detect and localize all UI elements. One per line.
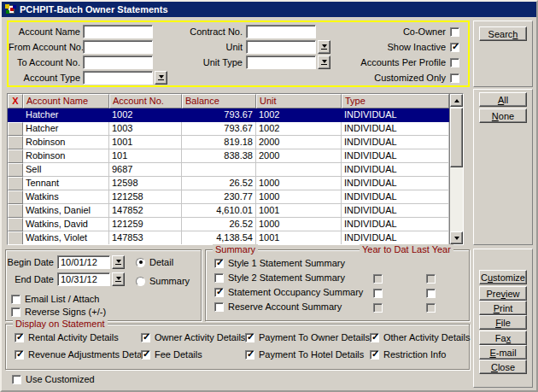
- account-name-input[interactable]: [83, 25, 153, 38]
- summary-radio-row[interactable]: Summary: [136, 276, 190, 286]
- cell-account-name[interactable]: Robinson: [23, 149, 109, 163]
- search-button[interactable]: Search: [479, 26, 527, 41]
- cell-unit[interactable]: 1000: [256, 218, 342, 231]
- cell-account-no[interactable]: 121258: [109, 190, 182, 204]
- table-row[interactable]: Robinson 101 838.38 2000 INDIVIDUAL: [8, 149, 449, 163]
- reserve-summary-row[interactable]: Reserve Account Summary: [214, 301, 342, 312]
- reverse-signs-checkbox[interactable]: [11, 307, 20, 317]
- occupancy-summary-row[interactable]: Statement Occupancy Summary: [214, 287, 363, 297]
- use-customized-row[interactable]: Use Customized: [12, 374, 95, 384]
- table-row[interactable]: Watkins, David 121259 26.52 1000 INDIVID…: [8, 218, 449, 231]
- print-button[interactable]: Print: [479, 301, 527, 315]
- cell-unit[interactable]: [256, 163, 342, 177]
- table-row[interactable]: Watkins, Daniel 147852 4,610.01 1001 IND…: [8, 204, 449, 218]
- occupancy-summary-checkbox[interactable]: [214, 288, 224, 297]
- column-header-type[interactable]: Type: [342, 94, 449, 108]
- rental-activity-row[interactable]: Rental Activity Details: [15, 332, 119, 342]
- other-activity-checkbox[interactable]: [370, 333, 379, 342]
- cell-type[interactable]: INDIVIDUAL: [342, 149, 449, 163]
- cell-unit[interactable]: 1000: [256, 190, 342, 204]
- cell-balance[interactable]: 230.77: [182, 190, 256, 204]
- row-selector[interactable]: [8, 122, 23, 136]
- occupancy-ytd-checkbox[interactable]: [373, 289, 383, 298]
- cell-account-name[interactable]: Watkins, David: [23, 218, 109, 231]
- scroll-up-button[interactable]: [450, 94, 463, 107]
- style1-summary-row[interactable]: Style 1 Statement Summary: [214, 258, 345, 268]
- column-header-account-no[interactable]: Account No.: [109, 94, 182, 108]
- cell-account-name[interactable]: Hatcher: [23, 122, 109, 136]
- cell-unit[interactable]: 1001: [256, 204, 342, 218]
- row-selector[interactable]: [8, 177, 23, 190]
- cell-account-name[interactable]: Sell: [23, 163, 109, 177]
- none-button[interactable]: None: [479, 108, 527, 123]
- detail-radio[interactable]: [136, 258, 145, 267]
- payment-to-owner-checkbox[interactable]: [245, 333, 254, 342]
- cell-type[interactable]: INDIVIDUAL: [342, 190, 449, 204]
- style2-ytd-checkbox[interactable]: [373, 274, 383, 284]
- email-button[interactable]: E-mail: [479, 345, 527, 360]
- cell-balance[interactable]: [182, 163, 256, 177]
- payment-to-hotel-row[interactable]: Payment To Hotel Details: [245, 349, 364, 360]
- cell-type[interactable]: INDIVIDUAL: [342, 204, 449, 218]
- cell-account-no[interactable]: 101: [109, 149, 182, 163]
- scrollbar-thumb[interactable]: [450, 108, 463, 167]
- cell-balance[interactable]: 793.67: [182, 122, 256, 136]
- cell-balance[interactable]: 26.52: [182, 218, 256, 231]
- style2-summary-row[interactable]: Style 2 Statement Summary: [214, 272, 345, 283]
- file-button[interactable]: File: [479, 315, 527, 330]
- owner-activity-row[interactable]: Owner Activity Details: [141, 332, 245, 342]
- cell-balance[interactable]: 26.52: [182, 177, 256, 190]
- preview-button[interactable]: Preview: [479, 286, 527, 301]
- cell-account-no[interactable]: 1002: [109, 108, 182, 122]
- summary-radio[interactable]: [136, 277, 145, 286]
- customize-button[interactable]: Customize: [479, 270, 527, 284]
- fee-details-checkbox[interactable]: [141, 350, 150, 360]
- cell-account-name[interactable]: Watkins: [23, 190, 109, 204]
- restriction-info-row[interactable]: Restriction Info: [370, 349, 446, 360]
- table-row[interactable]: Robinson 1001 819.18 2000 INDIVIDUAL: [8, 136, 449, 149]
- row-selector[interactable]: [8, 218, 23, 231]
- column-header-marker[interactable]: X: [8, 94, 23, 108]
- end-date-input[interactable]: 10/31/12: [57, 272, 110, 286]
- customized-only-checkbox[interactable]: [450, 73, 459, 83]
- cell-account-name[interactable]: Hatcher: [23, 108, 109, 122]
- row-selector[interactable]: [8, 231, 23, 245]
- row-selector[interactable]: [8, 108, 23, 122]
- row-selector[interactable]: [8, 163, 23, 177]
- payment-to-owner-row[interactable]: Payment To Owner Details: [245, 332, 370, 342]
- cell-balance[interactable]: 4,610.01: [182, 204, 256, 218]
- reserve-last-year-checkbox[interactable]: [426, 303, 436, 313]
- cell-type[interactable]: INDIVIDUAL: [342, 218, 449, 231]
- account-type-input[interactable]: [83, 71, 153, 85]
- begin-date-input[interactable]: 10/01/12: [57, 255, 110, 269]
- cell-unit[interactable]: 2000: [256, 136, 342, 149]
- cell-account-name[interactable]: Watkins, Daniel: [23, 204, 109, 218]
- show-inactive-checkbox[interactable]: [450, 43, 459, 52]
- row-selector[interactable]: [8, 149, 23, 163]
- cell-type[interactable]: INDIVIDUAL: [342, 163, 449, 177]
- revenue-adjustments-row[interactable]: Revenue Adjustments Deta...: [15, 349, 149, 360]
- cell-type[interactable]: INDIVIDUAL: [342, 108, 449, 122]
- cell-balance[interactable]: 838.38: [182, 149, 256, 163]
- cell-account-no[interactable]: 1001: [109, 136, 182, 149]
- row-selector[interactable]: [8, 136, 23, 149]
- table-row[interactable]: Tennant 12598 26.52 1000 INDIVIDUAL: [8, 177, 449, 190]
- cell-account-no[interactable]: 147853: [109, 231, 182, 245]
- revenue-adjustments-checkbox[interactable]: [15, 350, 24, 360]
- column-header-balance[interactable]: Balance: [182, 94, 256, 108]
- style2-last-year-checkbox[interactable]: [426, 274, 436, 284]
- cell-unit[interactable]: 1002: [256, 108, 342, 122]
- cell-type[interactable]: INDIVIDUAL: [342, 177, 449, 190]
- fee-details-row[interactable]: Fee Details: [141, 349, 202, 360]
- email-list-checkbox[interactable]: [11, 295, 20, 304]
- table-row[interactable]: Watkins 121258 230.77 1000 INDIVIDUAL: [8, 190, 449, 204]
- table-row[interactable]: Watkins, Violet 147853 4,138.54 1001 IND…: [8, 231, 449, 245]
- restriction-info-checkbox[interactable]: [370, 350, 379, 360]
- to-account-input[interactable]: [83, 56, 153, 69]
- cell-account-name[interactable]: Watkins, Violet: [23, 231, 109, 245]
- row-selector[interactable]: [8, 190, 23, 204]
- reverse-signs-row[interactable]: Reverse Signs (+/-): [11, 307, 106, 317]
- cell-unit[interactable]: 1001: [256, 231, 342, 245]
- end-date-dropdown-button[interactable]: [112, 272, 125, 286]
- cell-account-no[interactable]: 12598: [109, 177, 182, 190]
